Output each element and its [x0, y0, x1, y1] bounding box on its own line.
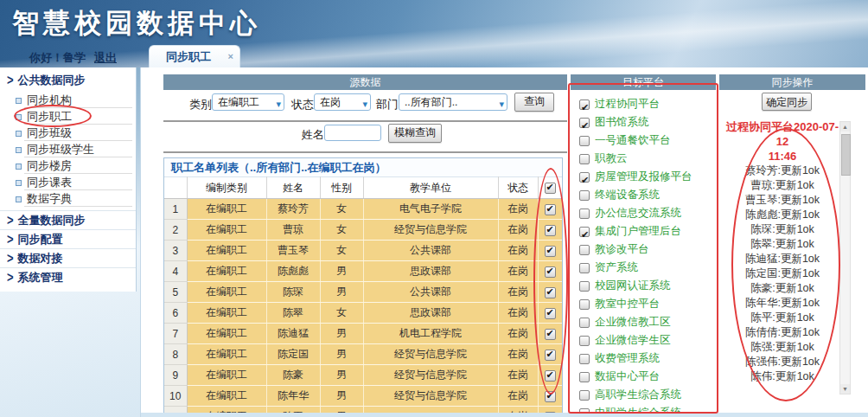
bullet-icon: [16, 114, 22, 120]
row-checkbox[interactable]: [545, 246, 556, 257]
scrollbar[interactable]: ▲ ▼: [839, 121, 851, 395]
sidebar-group-5[interactable]: >系统管理: [0, 267, 136, 286]
platform-item-企业微信教工区[interactable]: 企业微信教工区: [571, 313, 716, 331]
platform-label: 办公信息交流系统: [595, 207, 681, 219]
sidebar-item-label: 同步楼房: [27, 159, 72, 172]
row-checkbox[interactable]: [545, 350, 556, 361]
sidebar-item-数据字典[interactable]: 数据字典: [0, 190, 136, 207]
row-checkbox[interactable]: [545, 308, 556, 319]
platform-item-集成门户管理后台[interactable]: 集成门户管理后台: [571, 222, 716, 241]
tab-sync-staff[interactable]: 同步职工 ×: [149, 45, 240, 67]
platform-checkbox[interactable]: [579, 263, 590, 273]
table-cell: 机电工程学院: [363, 324, 498, 344]
row-checkbox[interactable]: [545, 391, 556, 402]
close-icon[interactable]: ×: [228, 51, 233, 62]
table-cell: 在编职工: [187, 241, 266, 261]
sidebar-group-3[interactable]: >同步配置: [0, 229, 136, 248]
platform-item-教室中控平台[interactable]: 教室中控平台: [571, 295, 716, 313]
row-checkbox[interactable]: [545, 225, 556, 236]
table-cell: 经贸与信息学院: [363, 365, 498, 386]
platform-item-校园网认证系统[interactable]: 校园网认证系统: [571, 277, 716, 295]
row-checkbox-cell: [538, 386, 562, 407]
platform-checkbox[interactable]: [579, 299, 590, 310]
sidebar-group-1[interactable]: >公共数据同步: [0, 71, 136, 89]
name-input[interactable]: [324, 125, 381, 141]
row-checkbox[interactable]: [545, 204, 556, 215]
sidebar-group-2[interactable]: >全量数据同步: [0, 210, 136, 229]
category-select[interactable]: 在编职工 ▾: [212, 93, 284, 111]
status-select[interactable]: 在岗 ▾: [314, 93, 371, 111]
platform-checkbox[interactable]: [579, 190, 590, 201]
chevron-down-icon: ▾: [499, 96, 504, 112]
dept-select[interactable]: ..所有部门.. ▾: [399, 93, 507, 111]
status-label: 状态: [291, 97, 314, 112]
table-cell: 在编职工: [187, 386, 266, 407]
platform-item-图书馆系统[interactable]: 图书馆系统: [571, 113, 716, 132]
sidebar-item-label: 同步课表: [27, 176, 72, 189]
platform-checkbox[interactable]: [579, 99, 590, 110]
dept-select-value: ..所有部门..: [405, 96, 457, 108]
platform-item-房屋管理及报修平台[interactable]: 房屋管理及报修平台: [571, 168, 716, 186]
sidebar-item-同步职工[interactable]: 同步职工: [0, 108, 136, 125]
platform-checkbox[interactable]: [579, 227, 590, 237]
sidebar-item-同步课表[interactable]: 同步课表: [0, 174, 136, 190]
platform-item-收费管理系统[interactable]: 收费管理系统: [571, 350, 716, 368]
column-header: [164, 177, 187, 199]
platform-item-教诊改平台[interactable]: 教诊改平台: [571, 241, 716, 259]
table-cell: 蔡玲芳: [266, 199, 320, 220]
platform-checkbox[interactable]: [579, 136, 590, 146]
confirm-sync-button[interactable]: 确定同步: [762, 93, 812, 111]
scroll-up-icon[interactable]: ▲: [840, 122, 850, 132]
query-button[interactable]: 查询: [514, 93, 554, 112]
platform-label: 资产系统: [595, 261, 638, 273]
scrollbar-thumb[interactable]: [841, 134, 851, 176]
app-title: 智慧校园数据中心: [12, 5, 261, 42]
table-cell: 女: [320, 241, 363, 261]
row-checkbox[interactable]: [545, 287, 556, 298]
fuzzy-query-button[interactable]: 模糊查询: [388, 124, 442, 143]
platform-checkbox[interactable]: [579, 154, 590, 164]
platform-item-终端设备系统[interactable]: 终端设备系统: [571, 186, 716, 204]
sidebar-item-同步楼房[interactable]: 同步楼房: [0, 157, 136, 174]
sidebar-item-label: 同步职工: [27, 110, 72, 123]
platform-checkbox[interactable]: [579, 336, 590, 346]
row-checkbox-cell: [538, 220, 562, 241]
platform-checkbox[interactable]: [579, 354, 590, 364]
platform-item-高职学生综合系统[interactable]: 高职学生综合系统: [571, 386, 716, 404]
row-checkbox-cell: [538, 324, 562, 344]
greeting-text: 你好！鲁学退出: [29, 50, 117, 66]
column-header: 教学单位: [363, 177, 498, 199]
platform-item-职教云[interactable]: 职教云: [571, 150, 716, 168]
platform-checkbox[interactable]: [579, 208, 590, 219]
row-checkbox[interactable]: [545, 329, 556, 340]
sidebar-item-同步机构[interactable]: 同步机构: [0, 92, 136, 108]
platform-item-企业微信学生区[interactable]: 企业微信学生区: [571, 331, 716, 350]
sidebar-item-同步班级[interactable]: 同步班级: [0, 125, 136, 141]
platform-checkbox[interactable]: [579, 281, 590, 292]
platform-checkbox[interactable]: [579, 118, 590, 128]
table-cell: 男: [320, 261, 363, 282]
platform-checkbox[interactable]: [579, 390, 590, 401]
main-content: 源数据 目标平台 同步操作 类别 在编职工 ▾ 状态 在岗 ▾ 部门 ..所有部…: [140, 67, 868, 417]
logout-link[interactable]: 退出: [94, 51, 117, 64]
sync-log-entry: 陈强伟:更新1ok: [725, 355, 839, 369]
scroll-down-icon[interactable]: ▼: [840, 384, 850, 394]
row-checkbox-cell: [538, 303, 562, 324]
table-cell: 思政课部: [363, 261, 498, 282]
sidebar-item-同步班级学生[interactable]: 同步班级学生: [0, 141, 136, 157]
row-checkbox[interactable]: [545, 266, 556, 278]
row-checkbox[interactable]: [545, 370, 556, 382]
platform-item-一号通餐饮平台[interactable]: 一号通餐饮平台: [571, 132, 716, 150]
bullet-icon: [16, 131, 22, 137]
table-cell: 在岗: [498, 282, 538, 303]
platform-checkbox[interactable]: [579, 318, 590, 328]
platform-item-数据中心平台[interactable]: 数据中心平台: [571, 368, 716, 386]
platform-checkbox[interactable]: [579, 245, 590, 255]
platform-checkbox[interactable]: [579, 172, 590, 183]
sidebar-group-4[interactable]: >数据对接: [0, 248, 136, 267]
platform-item-办公信息交流系统[interactable]: 办公信息交流系统: [571, 204, 716, 222]
platform-item-过程协同平台[interactable]: 过程协同平台: [571, 95, 716, 113]
platform-item-资产系统[interactable]: 资产系统: [571, 259, 716, 277]
platform-checkbox[interactable]: [579, 372, 590, 382]
select-all-checkbox[interactable]: [545, 183, 556, 194]
